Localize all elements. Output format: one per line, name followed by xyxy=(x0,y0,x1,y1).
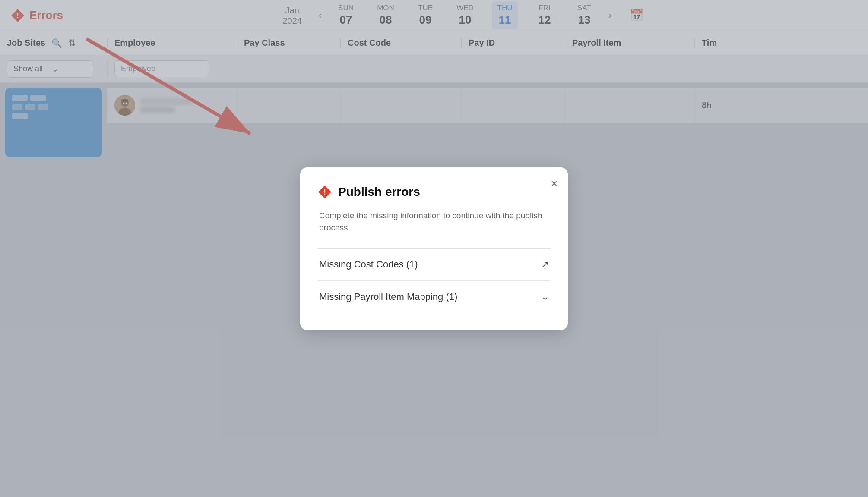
modal-description: Complete the missing information to cont… xyxy=(317,210,551,234)
modal-header: ! Publish errors xyxy=(317,185,551,199)
modal-warning-icon: ! xyxy=(317,185,332,199)
modal-close-button[interactable]: × xyxy=(549,176,559,191)
missing-payroll-label: Missing Payroll Item Mapping (1) xyxy=(319,291,457,302)
modal-item-payroll-mapping[interactable]: Missing Payroll Item Mapping (1) ⌄ xyxy=(317,281,551,313)
svg-text:!: ! xyxy=(323,188,326,196)
modal-item-cost-codes[interactable]: Missing Cost Codes (1) ↗︎ xyxy=(317,248,551,281)
external-link-icon[interactable]: ↗︎ xyxy=(541,259,549,270)
modal-title: Publish errors xyxy=(338,185,420,199)
modal-overlay: ! Publish errors × Complete the missing … xyxy=(0,0,868,497)
chevron-down-icon[interactable]: ⌄ xyxy=(541,291,549,302)
missing-cost-codes-label: Missing Cost Codes (1) xyxy=(319,259,418,270)
publish-errors-modal: ! Publish errors × Complete the missing … xyxy=(300,167,568,330)
